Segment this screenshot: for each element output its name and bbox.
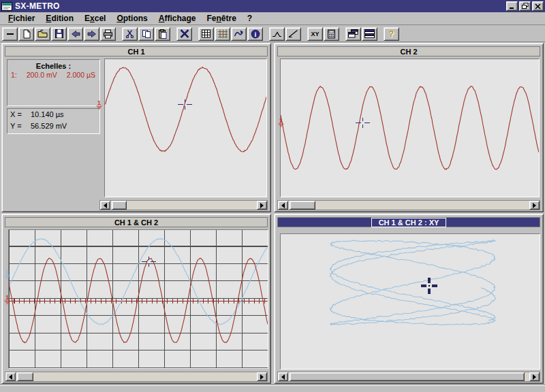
window-ch1: CH 1 Echelles : 1: 200.0 mV 2.000 µS X =… [1, 43, 271, 212]
scroll-left-button[interactable] [278, 201, 288, 210]
help-button[interactable]: ? [384, 27, 399, 41]
calculator-icon [327, 29, 336, 39]
scroll-thumb[interactable] [290, 372, 525, 381]
copy-button[interactable] [138, 27, 154, 41]
readout-x-value: 10.140 µs [31, 109, 64, 120]
slope-icon [288, 29, 298, 38]
window-ch1-titlebar[interactable]: CH 1 [5, 46, 268, 56]
xy-hscrollbar[interactable] [277, 372, 540, 382]
colored-grid-icon [217, 29, 228, 38]
scale-channel: 1: [11, 71, 17, 79]
scroll-right-button[interactable] [257, 372, 267, 381]
horizontal-line-button[interactable] [2, 27, 18, 41]
save-file-button[interactable] [51, 27, 67, 41]
auto-measure-button[interactable] [231, 27, 247, 41]
scroll-right-button[interactable] [257, 201, 267, 210]
ch1-plot-area[interactable] [104, 59, 267, 197]
export-button[interactable] [84, 27, 99, 41]
ch1-hscrollbar[interactable] [99, 200, 268, 210]
channel-1-marker: 1 [3, 295, 11, 304]
menu-help[interactable]: ? [242, 13, 258, 24]
arrow-right-icon [87, 30, 97, 38]
measure-cursor-ch2[interactable] [356, 118, 370, 128]
paste-button[interactable] [155, 27, 170, 41]
info-icon: i [251, 29, 260, 39]
triangle-left-icon [9, 374, 12, 380]
readout-y-value: 56.529 mV [31, 120, 67, 132]
app-icon[interactable] [1, 2, 12, 11]
readout-y-label: Y = [10, 120, 31, 132]
xy-plot-area[interactable] [280, 233, 540, 370]
delete-button[interactable] [176, 27, 192, 41]
app-titlebar[interactable]: SX-METRO [0, 0, 545, 12]
scale-vertical: 200.0 mV [27, 71, 57, 79]
info-button[interactable]: i [247, 27, 263, 41]
minimize-button[interactable] [506, 1, 518, 11]
scroll-track[interactable] [288, 201, 529, 210]
close-button[interactable] [532, 1, 544, 11]
measure-cursor-ch1[interactable] [178, 99, 192, 110]
menu-bar: Fichier Edition Excel Options Affichage … [0, 12, 545, 25]
new-file-icon [22, 29, 31, 39]
toolbar-separator [264, 26, 269, 42]
new-file-button[interactable] [18, 27, 34, 41]
toolbar-separator [193, 26, 198, 42]
scroll-thumb[interactable] [112, 201, 127, 210]
clipboard-icon [158, 29, 167, 39]
menu-edition[interactable]: Edition [40, 13, 79, 24]
open-file-button[interactable] [35, 27, 50, 41]
restore-button[interactable] [519, 1, 531, 11]
window-ch2-titlebar[interactable]: CH 2 [277, 46, 540, 56]
save-floppy-icon [54, 29, 64, 38]
grid-button[interactable] [198, 27, 214, 41]
toolbar-separator [171, 26, 176, 42]
menu-fenetre[interactable]: Fenêtre [201, 13, 241, 24]
tile-icon [364, 29, 375, 38]
cascade-icon [348, 29, 358, 38]
scissors-icon [125, 29, 134, 38]
calculator-button[interactable] [324, 27, 339, 41]
dual-plot-area[interactable] [8, 229, 268, 369]
window-ch2-client: 1 [277, 56, 540, 209]
scroll-right-button[interactable] [529, 372, 540, 381]
window-dual-titlebar[interactable]: CH 1 & CH 2 [5, 217, 268, 227]
window-xy-titlebar[interactable]: CH 1 & CH 2 : XY [277, 217, 540, 227]
ground-reference-icon [278, 123, 284, 127]
ch2-waveform [281, 59, 539, 197]
peak-detect-button[interactable] [269, 27, 285, 41]
open-folder-icon [37, 29, 48, 38]
scroll-thumb[interactable] [17, 372, 33, 381]
menu-options[interactable]: Options [111, 13, 153, 24]
ground-reference-icon [4, 275, 10, 279]
minimize-icon [509, 3, 515, 10]
triangle-left-icon [104, 203, 107, 208]
restore-icon [522, 3, 529, 10]
scroll-left-button[interactable] [5, 372, 16, 381]
colored-grid-button[interactable] [215, 27, 230, 41]
ch2-hscrollbar[interactable] [277, 200, 540, 210]
dual-hscrollbar[interactable] [5, 372, 268, 382]
peak-icon [272, 30, 282, 38]
grid-icon [201, 29, 211, 38]
scroll-left-button[interactable] [100, 201, 110, 210]
cascade-windows-button[interactable] [345, 27, 361, 41]
slope-button[interactable] [285, 27, 301, 41]
scroll-left-button[interactable] [278, 372, 288, 381]
menu-excel[interactable]: Excel [79, 13, 111, 24]
channel-1-marker: 1 [95, 100, 103, 110]
ch2-plot-area[interactable] [280, 59, 540, 197]
scroll-right-button[interactable] [529, 201, 540, 210]
cut-button[interactable] [122, 27, 138, 41]
menu-affichage[interactable]: Affichage [153, 13, 202, 24]
xy-mode-button[interactable]: XY [307, 27, 323, 41]
menu-fichier[interactable]: Fichier [3, 13, 40, 24]
print-button[interactable] [100, 27, 116, 41]
x-icon [180, 29, 189, 38]
scroll-thumb[interactable] [290, 201, 315, 210]
tile-windows-button[interactable] [362, 27, 377, 41]
scroll-track[interactable] [110, 201, 257, 210]
scroll-track[interactable] [16, 372, 257, 381]
import-button[interactable] [67, 27, 83, 41]
measure-cursor-dual[interactable] [142, 257, 156, 267]
scroll-track[interactable] [288, 372, 529, 381]
